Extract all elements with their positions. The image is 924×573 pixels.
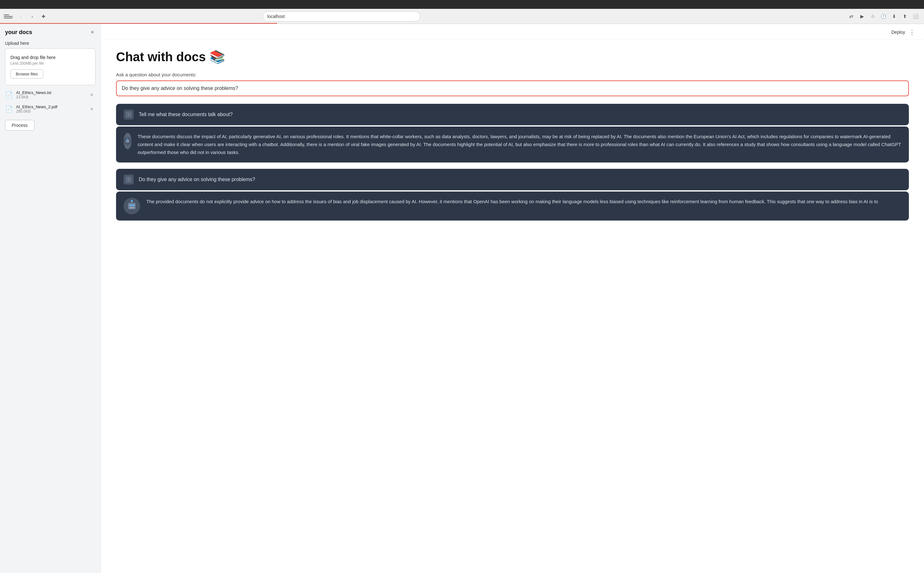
history-icon[interactable]: 🕐	[879, 12, 888, 21]
avatar-1	[123, 133, 131, 149]
question-text-2: Do they give any advice on solving these…	[139, 177, 255, 182]
answer-text-1: These documents discuss the impact of AI…	[138, 133, 902, 156]
svg-rect-6	[126, 142, 129, 142]
file-remove-1[interactable]: ×	[88, 91, 95, 99]
more-options-button[interactable]: ⋮	[908, 28, 916, 37]
page-title: Chat with docs 📚	[116, 50, 909, 64]
url-text: localhost	[267, 14, 285, 19]
svg-rect-15	[132, 205, 134, 206]
deploy-button[interactable]: Deploy	[891, 28, 905, 37]
file-item-1: 📄 AI_Ethics_News.txt 23.6KB ×	[5, 89, 95, 101]
question-bubble-2: ? Do they give any advice on solving the…	[116, 169, 909, 190]
translate-icon[interactable]: ⇄	[847, 12, 856, 21]
svg-rect-5	[128, 141, 129, 141]
toolbar-right: ⇄ ▶ ☆ 🕐 ⬇ ⬆ ⬜	[847, 12, 920, 21]
forward-button[interactable]: ›	[28, 12, 37, 21]
question-icon-2: ?	[123, 174, 134, 185]
chat-area: Chat with docs 📚 Ask a question about yo…	[101, 39, 924, 573]
file-remove-2[interactable]: ×	[88, 105, 95, 113]
windows-icon[interactable]: ⬜	[912, 12, 920, 21]
drag-drop-text: Drag and drop file here	[10, 55, 90, 60]
process-button[interactable]: Process	[5, 120, 34, 131]
app-container: × your docs Upload here Drag and drop fi…	[0, 24, 924, 573]
svg-rect-9	[126, 143, 129, 144]
file-info-1: AI_Ethics_News.txt 23.6KB	[16, 90, 85, 99]
answer-bubble-2: The provided documents do not explicitly…	[116, 191, 909, 221]
refresh-button[interactable]: ✚	[39, 12, 48, 21]
download-icon[interactable]: ⬇	[890, 12, 899, 21]
back-button[interactable]: ‹	[16, 12, 25, 21]
messages-container: ? Tell me what these documents talk abou…	[116, 104, 909, 221]
question-text-1: Tell me what these documents talk about?	[139, 112, 233, 117]
question-input-container	[116, 80, 909, 96]
svg-point-18	[131, 200, 133, 202]
svg-text:?: ?	[128, 178, 130, 182]
file-info-2: AI_Ethics_News_2.pdf 280.0KB	[16, 105, 85, 114]
file-item-2: 📄 AI_Ethics_News_2.pdf 280.0KB ×	[5, 103, 95, 115]
upload-zone: Drag and drop file here Limit 200MB per …	[5, 48, 95, 85]
question-label: Ask a question about your documents:	[116, 72, 909, 77]
question-bubble-1: ? Tell me what these documents talk abou…	[116, 104, 909, 125]
file-limit-text: Limit 200MB per file	[10, 61, 90, 66]
avatar-2	[123, 198, 140, 214]
svg-point-8	[127, 138, 128, 139]
main-content: Deploy ⋮ Chat with docs 📚 Ask a question…	[101, 24, 924, 573]
file-size-2: 280.0KB	[16, 109, 85, 114]
content-right-actions: Deploy ⋮	[891, 28, 916, 37]
svg-rect-3	[126, 139, 129, 142]
svg-rect-19	[129, 210, 135, 213]
play-icon[interactable]: ▶	[858, 12, 866, 21]
file-list: 📄 AI_Ethics_News.txt 23.6KB × 📄 AI_Ethic…	[5, 89, 95, 115]
sidebar-close-button[interactable]: ×	[88, 28, 97, 37]
svg-text:?: ?	[128, 113, 130, 117]
svg-rect-4	[126, 141, 127, 141]
bookmark-icon[interactable]: ☆	[868, 12, 877, 21]
file-icon-2: 📄	[5, 105, 13, 113]
content-header: Deploy ⋮	[101, 24, 924, 39]
file-name-2: AI_Ethics_News_2.pdf	[16, 105, 85, 109]
sidebar-toggle-btn[interactable]	[4, 13, 12, 20]
browse-files-button[interactable]: Browse files	[10, 69, 43, 78]
share-icon[interactable]: ⬆	[901, 12, 910, 21]
question-icon-1: ?	[123, 110, 134, 120]
browser-toolbar: ‹ › ✚ localhost ⇄ ▶ ☆ 🕐 ⬇ ⬆ ⬜	[0, 9, 924, 24]
sidebar: × your docs Upload here Drag and drop fi…	[0, 24, 101, 573]
sidebar-title: your docs	[5, 29, 95, 36]
answer-bubble-1: These documents discuss the impact of AI…	[116, 127, 909, 163]
upload-label: Upload here	[5, 41, 95, 46]
file-size-1: 23.6KB	[16, 95, 85, 99]
question-input[interactable]	[116, 80, 909, 96]
svg-rect-16	[129, 207, 134, 208]
file-name-1: AI_Ethics_News.txt	[16, 90, 85, 95]
file-icon-1: 📄	[5, 91, 13, 99]
answer-text-2: The provided documents do not explicitly…	[146, 198, 878, 206]
svg-rect-14	[129, 205, 131, 206]
address-bar[interactable]: localhost	[263, 11, 420, 22]
browser-top-bar	[0, 0, 924, 9]
